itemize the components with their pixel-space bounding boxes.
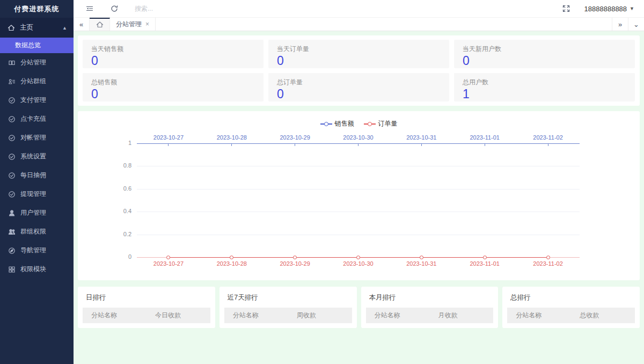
x-axis-tick: 2023-10-31 xyxy=(390,134,453,141)
user-icon xyxy=(8,209,16,217)
x-axis-tick: 2023-10-27 xyxy=(137,134,200,141)
x-axis-tick: 2023-10-29 xyxy=(264,260,327,267)
ranking-month: 本月排行 分站名称 月收款 xyxy=(361,287,499,328)
modules-icon xyxy=(8,265,16,273)
stat-today-orders: 当天订单量 0 xyxy=(268,40,449,68)
column-header: 分站名称 xyxy=(83,311,147,320)
gridline xyxy=(137,189,580,190)
sidebar-item-permission-module[interactable]: 权限模块 xyxy=(0,260,74,279)
sidebar-item-system-settings[interactable]: 系统设置 xyxy=(0,147,74,166)
tab-home[interactable] xyxy=(90,18,110,31)
sidebar-item-card-recharge[interactable]: 点卡充值 xyxy=(0,110,74,128)
chevron-up-icon: ▲ xyxy=(62,25,67,31)
ranking-table-header: 分站名称 周收款 xyxy=(224,308,352,323)
x-axis-tick: 2023-10-28 xyxy=(200,134,264,141)
stat-today-new-users: 当天新用户数 0 xyxy=(454,40,635,68)
orders-data-points xyxy=(137,256,580,259)
stat-value: 0 xyxy=(463,54,626,68)
column-header: 分站名称 xyxy=(366,311,430,320)
x-axis-ticks-sales xyxy=(137,144,580,146)
y-axis-tick: 0.8 xyxy=(78,162,131,169)
stats-panel: 当天销售额 0 当天订单量 0 当天新用户数 0 总销售额 0 总订单量 0 xyxy=(78,35,640,106)
stat-value: 0 xyxy=(277,88,441,101)
user-account-dropdown[interactable]: 18888888888 ▼ xyxy=(584,5,634,13)
sidebar-item-substation-manage[interactable]: 分站管理 xyxy=(0,53,74,72)
close-icon[interactable]: × xyxy=(145,20,149,28)
ranking-title: 总排行 xyxy=(502,287,640,308)
sidebar-item-label: 系统设置 xyxy=(20,152,46,161)
circle-check-icon xyxy=(8,152,16,161)
tabs-menu-button[interactable]: ⌄ xyxy=(628,18,644,31)
column-header: 月收款 xyxy=(429,311,493,320)
gridline xyxy=(137,235,580,235)
page-content: 当天销售额 0 当天订单量 0 当天新用户数 0 总销售额 0 总订单量 0 xyxy=(74,31,644,364)
sidebar-item-label: 用户管理 xyxy=(20,208,46,217)
ranking-daily: 日排行 分站名称 今日收款 xyxy=(78,287,215,328)
y-axis-tick: 1 xyxy=(78,140,131,146)
tabs-scroll-right-button[interactable]: » xyxy=(612,18,628,31)
sidebar-item-home[interactable]: 主页 ▲ xyxy=(0,18,74,38)
sidebar-item-label: 群组权限 xyxy=(20,227,46,236)
group-list-icon xyxy=(8,77,16,85)
sidebar-home-label: 主页 xyxy=(20,23,33,32)
chart-plot-area: 1 0.8 0.6 0.4 0.2 0 2023-10-27 2023-10-2… xyxy=(78,111,640,280)
x-axis-tick: 2023-10-27 xyxy=(137,260,200,267)
fullscreen-icon[interactable] xyxy=(562,4,570,13)
ranking-title: 日排行 xyxy=(78,287,215,308)
top-header: 18888888888 ▼ xyxy=(74,0,644,18)
sidebar-item-group-permission[interactable]: 群组权限 xyxy=(0,222,74,241)
x-axis-tick: 2023-10-28 xyxy=(200,260,264,267)
home-icon xyxy=(96,21,104,28)
sidebar-item-payment-manage[interactable]: 支付管理 xyxy=(0,91,74,110)
sidebar-item-user-manage[interactable]: 用户管理 xyxy=(0,203,74,222)
y-axis-tick: 0 xyxy=(78,253,131,260)
sidebar-item-label: 支付管理 xyxy=(20,96,46,105)
sidebar-item-label: 权限模块 xyxy=(20,265,46,274)
search-input[interactable] xyxy=(135,5,215,12)
y-axis-tick: 0.6 xyxy=(78,185,131,192)
circle-check-icon xyxy=(8,190,16,198)
x-axis-labels-top: 2023-10-27 2023-10-28 2023-10-29 2023-10… xyxy=(137,134,580,141)
circle-check-icon xyxy=(8,134,16,142)
sidebar-item-nav-manage[interactable]: 导航管理 xyxy=(0,241,74,260)
gridline xyxy=(137,166,580,166)
sidebar-item-withdraw-manage[interactable]: 提现管理 xyxy=(0,185,74,203)
tab-substation-manage[interactable]: 分站管理 × xyxy=(110,18,156,31)
tab-bar: « 分站管理 × » ⌄ xyxy=(74,18,644,31)
sidebar-subitem-label: 数据总览 xyxy=(15,41,41,50)
column-header: 今日收款 xyxy=(147,311,210,320)
sidebar-item-substation-group[interactable]: 分站群组 xyxy=(0,72,74,91)
ranking-cards: 日排行 分站名称 今日收款 近7天排行 分站名称 周收款 本月排行 xyxy=(78,287,640,328)
refresh-icon[interactable] xyxy=(110,4,119,13)
home-icon xyxy=(8,24,15,32)
collapse-menu-icon[interactable] xyxy=(85,4,94,13)
ranking-7days: 近7天排行 分站名称 周收款 xyxy=(219,287,357,328)
tabs-scroll-left-button[interactable]: « xyxy=(74,18,90,31)
sidebar: 付费进群系统 主页 ▲ 数据总览 分站管理 分站群组 支付管理 点卡充值 对帐管… xyxy=(0,0,74,364)
stat-label: 当天新用户数 xyxy=(463,45,626,54)
sidebar-item-label: 对帐管理 xyxy=(20,133,46,142)
ranking-table-header: 分站名称 月收款 xyxy=(366,308,494,323)
user-phone: 18888888888 xyxy=(584,5,627,13)
users-icon xyxy=(8,228,16,236)
circle-check-icon xyxy=(8,96,16,104)
stat-total-users: 总用户数 1 xyxy=(454,73,635,101)
sidebar-item-label: 点卡充值 xyxy=(20,114,46,123)
sales-orders-chart: 销售额 订单量 1 0.8 0.6 0.4 0.2 0 xyxy=(78,111,640,280)
x-axis-tick: 2023-10-29 xyxy=(264,134,327,141)
ranking-title: 近7天排行 xyxy=(219,287,357,308)
main-column: 18888888888 ▼ « 分站管理 × » ⌄ 当天销 xyxy=(74,0,644,364)
circle-check-icon xyxy=(8,115,16,123)
x-axis-tick: 2023-11-01 xyxy=(453,260,516,267)
sidebar-item-reconciliation[interactable]: 对帐管理 xyxy=(0,128,74,147)
gridline xyxy=(137,212,580,212)
sidebar-item-data-overview[interactable]: 数据总览 xyxy=(0,38,74,53)
column-header: 总收款 xyxy=(571,311,635,320)
stat-value: 0 xyxy=(91,88,255,101)
app-window: 付费进群系统 主页 ▲ 数据总览 分站管理 分站群组 支付管理 点卡充值 对帐管… xyxy=(0,0,644,364)
sidebar-item-label: 分站管理 xyxy=(20,58,46,67)
sidebar-item-daily-commission[interactable]: 每日抽佣 xyxy=(0,166,74,185)
sidebar-item-label: 导航管理 xyxy=(20,246,46,255)
stat-label: 总销售额 xyxy=(91,78,255,87)
ranking-table-header: 分站名称 今日收款 xyxy=(83,308,210,323)
